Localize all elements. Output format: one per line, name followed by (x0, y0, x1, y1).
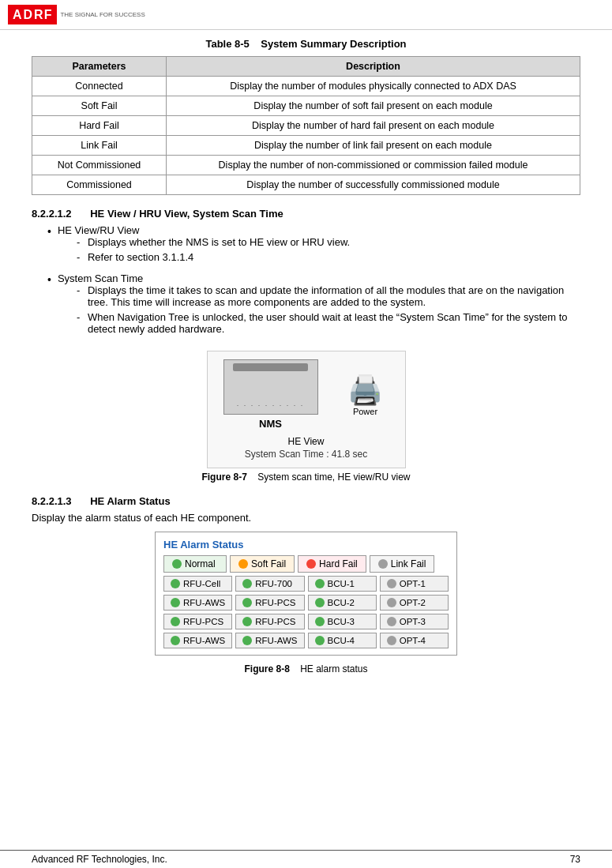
device-dot (171, 579, 180, 588)
status-dot (172, 559, 182, 569)
status-dot (238, 559, 248, 569)
device-label: BCU-1 (328, 579, 355, 588)
list-item: Displays the time it takes to scan and u… (77, 284, 580, 308)
figure-7-box: · · · · · · · · · · NMS 🖨️ Power HE View… (207, 351, 406, 468)
device-label: RFU-AWS (183, 636, 225, 645)
device-grid: RFU-CellRFU-700BCU-1OPT-1RFU-AWSRFU-PCSB… (163, 576, 449, 648)
bullet-scan-time: • System Scan Time Displays the time it … (47, 272, 580, 338)
scan-time-label: System Scan Time (58, 272, 143, 284)
device-dot (171, 617, 180, 626)
device-btn-3-0[interactable]: RFU-AWS (163, 633, 232, 648)
nms-diagram: · · · · · · · · · · NMS 🖨️ Power (223, 359, 389, 430)
table-cell-desc: Display the number of hard fail present … (167, 116, 580, 136)
table-cell-param: Link Fail (32, 136, 167, 156)
he-view-subitems: Displays whether the NMS is set to HE vi… (77, 236, 580, 263)
scan-time-text: System Scan Time : 41.8 sec (223, 449, 389, 460)
list-item: When Navigation Tree is unlocked, the us… (77, 311, 580, 335)
col-header-parameters: Parameters (32, 57, 167, 77)
device-btn-2-1[interactable]: RFU-PCS (235, 614, 304, 629)
device-btn-3-2[interactable]: BCU-4 (308, 633, 377, 648)
device-btn-1-1[interactable]: RFU-PCS (235, 595, 304, 611)
logo-tagline: THE SIGNAL FOR SUCCESS (60, 11, 145, 19)
alarm-btn-label: Link Fail (391, 558, 426, 569)
device-dot (315, 598, 325, 607)
device-dot (171, 636, 180, 645)
nms-label: NMS (259, 418, 282, 430)
alarm-btn-label: Hard Fail (319, 558, 358, 569)
scan-time-subitems: Displays the time it takes to scan and u… (77, 284, 580, 335)
col-header-description: Description (167, 57, 580, 77)
device-btn-1-2[interactable]: BCU-2 (308, 595, 377, 611)
device-label: RFU-PCS (255, 598, 295, 607)
device-label: BCU-3 (328, 617, 355, 626)
device-label: OPT-4 (400, 636, 426, 645)
table-row: Link FailDisplay the number of link fail… (32, 136, 580, 156)
page-footer: Advanced RF Technologies, Inc. 73 (0, 850, 612, 868)
alarm-btn-label: Normal (185, 558, 216, 569)
page-header: ADRF THE SIGNAL FOR SUCCESS (0, 0, 612, 30)
list-item: Displays whether the NMS is set to HE vi… (77, 236, 580, 248)
device-btn-0-0[interactable]: RFU-Cell (163, 576, 232, 592)
device-btn-0-3[interactable]: OPT-1 (380, 576, 449, 592)
table-row: Soft FailDisplay the number of soft fail… (32, 96, 580, 116)
device-dot (242, 579, 252, 588)
device-dot (387, 579, 396, 588)
device-label: RFU-PCS (183, 617, 223, 626)
device-label: RFU-AWS (183, 598, 225, 607)
device-btn-3-1[interactable]: RFU-AWS (235, 633, 304, 648)
power-label: Power (353, 407, 377, 416)
table-cell-param: Not Commissioned (32, 156, 167, 175)
device-label: BCU-4 (328, 636, 355, 645)
he-view-label-fig: HE View (223, 436, 389, 447)
device-dot (242, 617, 252, 626)
alarm-status-row: NormalSoft FailHard FailLink Fail (163, 555, 449, 573)
device-label: OPT-1 (400, 579, 426, 588)
device-dot (387, 617, 396, 626)
device-btn-1-3[interactable]: OPT-2 (380, 595, 449, 611)
device-dot (387, 598, 396, 607)
table-cell-param: Soft Fail (32, 96, 167, 116)
table-cell-param: Commissioned (32, 175, 167, 195)
table-cell-desc: Display the number of successfully commi… (167, 175, 580, 195)
section-82213-heading: 8.2.2.1.3 HE Alarm Status (32, 495, 580, 507)
footer-page-number: 73 (570, 854, 580, 865)
device-label: RFU-Cell (183, 579, 220, 588)
list-item: Refer to section 3.1.1.4 (77, 251, 580, 263)
figure-7-labels: HE View System Scan Time : 41.8 sec (223, 436, 389, 460)
table-cell-desc: Display the number of soft fail present … (167, 96, 580, 116)
device-btn-2-2[interactable]: BCU-3 (308, 614, 377, 629)
figure-7-container: · · · · · · · · · · NMS 🖨️ Power HE View… (32, 351, 580, 483)
alarm-btn-label: Soft Fail (251, 558, 286, 569)
device-btn-2-3[interactable]: OPT-3 (380, 614, 449, 629)
alarm-status-box: HE Alarm Status NormalSoft FailHard Fail… (155, 532, 457, 656)
device-btn-3-3[interactable]: OPT-4 (380, 633, 449, 648)
status-dot (306, 559, 316, 569)
main-content: Table 8-5 System Summary Description Par… (0, 30, 612, 682)
table-cell-param: Hard Fail (32, 116, 167, 136)
alarm-btn-normal[interactable]: Normal (163, 555, 227, 573)
bullet-dot-2: • (47, 272, 51, 288)
table-cell-param: Connected (32, 77, 167, 96)
bullet-he-view: • HE View/RU View Displays whether the N… (47, 224, 580, 266)
alarm-btn-hard-fail[interactable]: Hard Fail (298, 555, 366, 573)
table-row: CommissionedDisplay the number of succes… (32, 175, 580, 195)
footer-company: Advanced RF Technologies, Inc. (32, 854, 167, 865)
device-btn-1-0[interactable]: RFU-AWS (163, 595, 232, 611)
alarm-btn-soft-fail[interactable]: Soft Fail (230, 555, 295, 573)
figure-7-caption: Figure 8-7 System scan time, HE view/RU … (32, 472, 580, 483)
table-title: Table 8-5 System Summary Description (32, 38, 580, 50)
status-dot (378, 559, 388, 569)
device-dot (242, 636, 252, 645)
table-row: Not CommissionedDisplay the number of no… (32, 156, 580, 175)
table-cell-desc: Display the number of modules physically… (167, 77, 580, 96)
logo-text: ADRF (8, 5, 57, 24)
device-btn-2-0[interactable]: RFU-PCS (163, 614, 232, 629)
device-dot (315, 636, 325, 645)
device-btn-0-1[interactable]: RFU-700 (235, 576, 304, 592)
device-btn-0-2[interactable]: BCU-1 (308, 576, 377, 592)
power-icon: 🖨️ Power (342, 371, 389, 419)
alarm-btn-link-fail[interactable]: Link Fail (370, 555, 435, 573)
figure-8-caption: Figure 8-8 HE alarm status (32, 663, 580, 674)
summary-table: Parameters Description ConnectedDisplay … (32, 56, 580, 195)
logo-area: ADRF THE SIGNAL FOR SUCCESS (8, 5, 145, 24)
